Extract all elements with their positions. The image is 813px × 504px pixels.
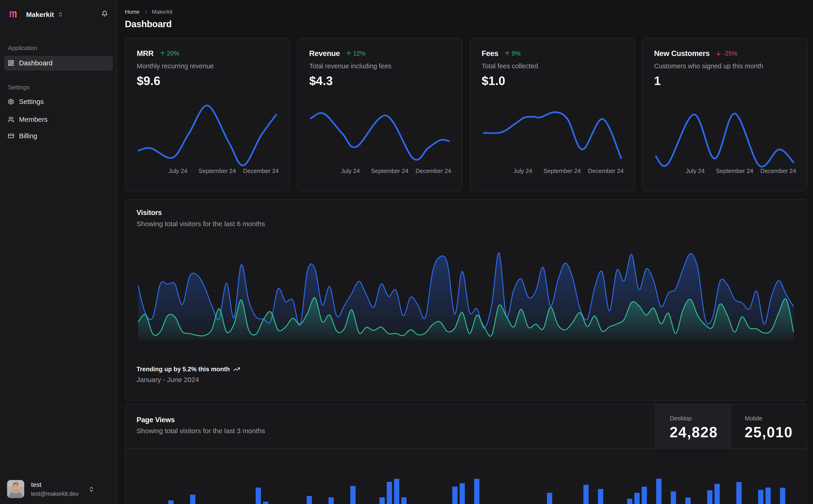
svg-text:m: m: [9, 9, 17, 20]
